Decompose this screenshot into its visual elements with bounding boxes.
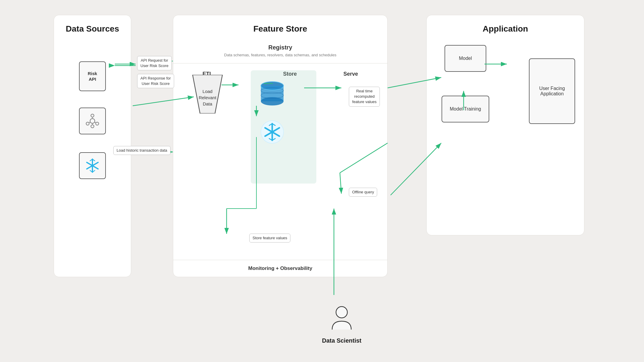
api-response-label: API Response forUser Risk Score xyxy=(137,74,174,88)
registry-subtitle: Data schemas, features, resolvers, data … xyxy=(179,53,381,57)
svg-point-4 xyxy=(96,122,99,125)
svg-point-3 xyxy=(86,122,89,125)
store-db-icon xyxy=(258,79,287,109)
svg-line-8 xyxy=(95,122,96,123)
monitoring-label: Monitoring + Observability xyxy=(173,260,387,277)
user-facing-app-box: User FacingApplication xyxy=(529,58,575,124)
svg-line-7 xyxy=(89,122,90,123)
application-title: Application xyxy=(427,15,584,40)
registry-section: Registry Data schemas, features, resolve… xyxy=(173,40,387,63)
svg-point-1 xyxy=(91,114,94,117)
kafka-icon xyxy=(79,108,106,134)
person-icon xyxy=(330,306,354,334)
load-historic-label: Load historic transaction data xyxy=(113,146,171,155)
snowflake-datasource-icon xyxy=(79,152,106,179)
svg-point-0 xyxy=(90,119,95,123)
etl-funnel: LoadRelevant Data xyxy=(190,75,225,115)
model-training-box: Model Training xyxy=(442,96,489,122)
svg-point-2 xyxy=(91,125,94,128)
data-sources-title: Data Sources xyxy=(54,15,131,40)
api-request-label: API Request forUser Risk Score xyxy=(137,56,172,70)
model-box: Model xyxy=(445,45,486,72)
data-scientist-label: Data Scientist xyxy=(322,337,361,344)
risk-api-icon: RiskAPI xyxy=(79,61,106,91)
application-panel: Application Model Model Training User Fa… xyxy=(426,15,584,235)
data-scientist-container: Data Scientist xyxy=(322,306,361,344)
serve-label: Serve xyxy=(343,71,358,77)
load-relevant-label: LoadRelevant Data xyxy=(194,88,221,107)
diagram-wrapper: Data Sources RiskAPI xyxy=(0,0,644,362)
registry-title: Registry xyxy=(179,44,381,51)
store-snowflake-icon xyxy=(260,119,285,146)
feature-store-title: Feature Store xyxy=(173,15,387,40)
offline-query-label: Offline query xyxy=(349,188,377,197)
store-feature-values-label: Store feature values xyxy=(249,234,290,243)
feature-store-panel: Feature Store Registry Data schemas, fea… xyxy=(173,15,388,277)
svg-point-31 xyxy=(336,307,347,318)
real-time-label: Real timerecomputedfeature values xyxy=(349,87,380,107)
